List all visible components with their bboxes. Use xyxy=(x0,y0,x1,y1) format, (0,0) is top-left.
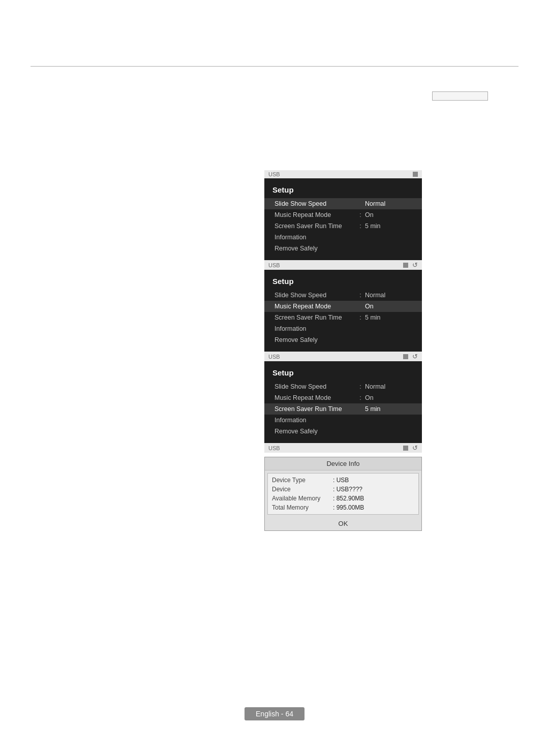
item-sep-2-slideshow: : xyxy=(356,292,365,299)
available-memory-label: Available Memory xyxy=(272,495,333,502)
usb-bar-1: USB xyxy=(264,170,422,178)
menu-item-2-screensaver[interactable]: Screen Saver Run Time : 5 min xyxy=(264,312,422,323)
available-memory-value: : 852.90MB xyxy=(333,495,364,502)
item-label-2-remove: Remove Safely xyxy=(274,336,356,343)
item-label-2-music: Music Repeat Mode xyxy=(274,303,356,310)
setup-panel-2: Setup Slide Show Speed : Normal Music Re… xyxy=(264,270,422,352)
menu-item-1-slideshow[interactable]: Slide Show Speed Normal xyxy=(264,198,422,209)
menu-item-1-remove[interactable]: Remove Safely xyxy=(264,243,422,254)
refresh-icon-3: ↺ xyxy=(412,353,418,360)
item-label-1-remove: Remove Safely xyxy=(274,245,356,252)
setup-title-1: Setup xyxy=(264,183,422,198)
menu-item-1-information[interactable]: Information xyxy=(264,232,422,243)
setup-panel-3: Setup Slide Show Speed : Normal Music Re… xyxy=(264,361,422,443)
device-info-row-total: Total Memory : 995.00MB xyxy=(272,503,414,512)
item-value-3-music: On xyxy=(365,394,374,401)
menu-item-2-music[interactable]: Music Repeat Mode On xyxy=(264,301,422,312)
menu-item-3-information[interactable]: Information xyxy=(264,415,422,426)
device-info-row-available: Available Memory : 852.90MB xyxy=(272,494,414,503)
menu-item-3-slideshow[interactable]: Slide Show Speed : Normal xyxy=(264,381,422,392)
item-value-1-screensaver: 5 min xyxy=(365,223,381,230)
usb-bar-2: USB ↺ xyxy=(264,260,422,270)
top-divider xyxy=(30,66,518,67)
device-label: Device xyxy=(272,486,333,493)
device-info-panel: Device Info Device Type : USB Device : U… xyxy=(264,457,422,531)
item-label-2-screensaver: Screen Saver Run Time xyxy=(274,314,356,321)
refresh-icon-2: ↺ xyxy=(412,261,418,269)
menu-item-2-information[interactable]: Information xyxy=(264,323,422,334)
usb-icons-2: ↺ xyxy=(403,261,418,269)
item-label-1-music: Music Repeat Mode xyxy=(274,211,356,218)
item-value-3-slideshow: Normal xyxy=(365,383,385,390)
panels-container: USB Setup Slide Show Speed Normal Music … xyxy=(264,170,422,531)
device-type-value: : USB xyxy=(333,477,349,484)
item-label-1-information: Information xyxy=(274,234,356,241)
square-icon-2 xyxy=(403,263,408,268)
usb-label-2: USB xyxy=(268,262,280,268)
usb-label-3: USB xyxy=(268,354,280,360)
item-sep-2-screensaver: : xyxy=(356,314,365,321)
square-icon-3 xyxy=(403,354,408,359)
item-sep-1-music: : xyxy=(356,211,365,218)
usb-bar-3: USB ↺ xyxy=(264,352,422,361)
item-value-3-screensaver: 5 min xyxy=(365,405,381,413)
square-icon-4 xyxy=(403,446,408,451)
setup-title-3: Setup xyxy=(264,366,422,381)
item-label-3-screensaver: Screen Saver Run Time xyxy=(274,405,356,413)
device-info-row-device: Device : USB???? xyxy=(272,485,414,494)
top-right-box xyxy=(432,91,488,101)
usb-label-4: USB xyxy=(268,445,280,451)
square-icon-1 xyxy=(413,172,418,177)
item-sep-1-screensaver: : xyxy=(356,223,365,230)
item-value-1-music: On xyxy=(365,211,374,218)
item-label-3-remove: Remove Safely xyxy=(274,428,356,435)
menu-item-1-screensaver[interactable]: Screen Saver Run Time : 5 min xyxy=(264,220,422,232)
menu-item-3-remove[interactable]: Remove Safely xyxy=(264,426,422,437)
item-label-2-slideshow: Slide Show Speed xyxy=(274,292,356,299)
usb-icons-4: ↺ xyxy=(403,444,418,452)
usb-label-1: USB xyxy=(268,171,280,177)
item-value-2-music: On xyxy=(365,303,374,310)
item-label-1-screensaver: Screen Saver Run Time xyxy=(274,223,356,230)
menu-item-2-remove[interactable]: Remove Safely xyxy=(264,334,422,345)
item-label-1-slideshow: Slide Show Speed xyxy=(274,200,356,207)
setup-panel-1: Setup Slide Show Speed Normal Music Repe… xyxy=(264,178,422,260)
total-memory-label: Total Memory xyxy=(272,504,333,511)
device-info-body: Device Type : USB Device : USB???? Avail… xyxy=(267,473,419,515)
item-value-1-slideshow: Normal xyxy=(365,200,385,207)
item-label-3-slideshow: Slide Show Speed xyxy=(274,383,356,390)
menu-item-1-music[interactable]: Music Repeat Mode : On xyxy=(264,209,422,220)
menu-item-2-slideshow[interactable]: Slide Show Speed : Normal xyxy=(264,290,422,301)
total-memory-value: : 995.00MB xyxy=(333,504,364,511)
item-sep-3-slideshow: : xyxy=(356,383,365,390)
usb-icons-1 xyxy=(413,172,418,177)
menu-item-3-music[interactable]: Music Repeat Mode : On xyxy=(264,392,422,403)
usb-bar-4: USB ↺ xyxy=(264,443,422,453)
refresh-icon-4: ↺ xyxy=(412,444,418,452)
item-value-2-slideshow: Normal xyxy=(365,292,385,299)
menu-item-3-screensaver[interactable]: Screen Saver Run Time 5 min xyxy=(264,403,422,415)
item-label-2-information: Information xyxy=(274,325,356,332)
footer-badge: English - 64 xyxy=(245,707,304,720)
usb-icons-3: ↺ xyxy=(403,353,418,360)
ok-button[interactable]: OK xyxy=(265,517,421,530)
item-label-3-music: Music Repeat Mode xyxy=(274,394,356,401)
device-info-title: Device Info xyxy=(265,457,421,470)
item-value-2-screensaver: 5 min xyxy=(365,314,381,321)
device-info-row-type: Device Type : USB xyxy=(272,476,414,485)
setup-title-2: Setup xyxy=(264,275,422,290)
device-type-label: Device Type xyxy=(272,477,333,484)
item-label-3-information: Information xyxy=(274,417,356,424)
device-value: : USB???? xyxy=(333,486,362,493)
item-sep-3-music: : xyxy=(356,394,365,401)
